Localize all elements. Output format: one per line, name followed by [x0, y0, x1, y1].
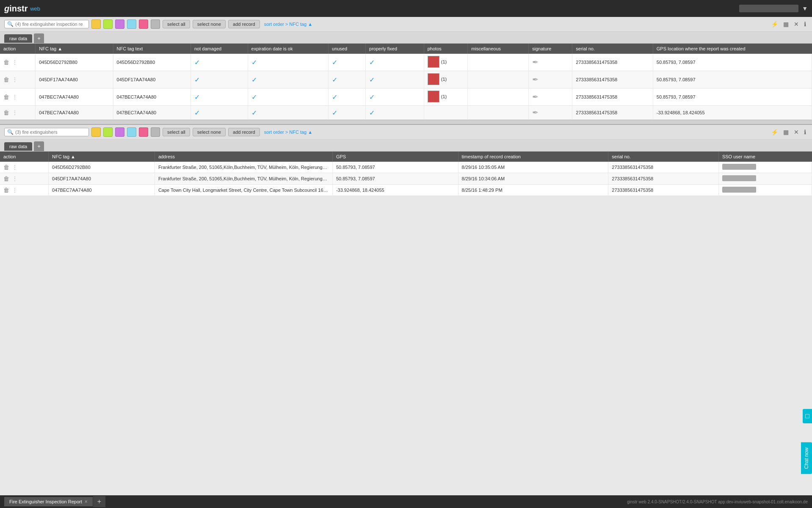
- gps-cell: 50.85793, 7.08597: [332, 173, 458, 185]
- photo-thumbnail[interactable]: [428, 73, 439, 85]
- sso-bar: [722, 175, 756, 181]
- col-properly-fixed: properly fixed: [366, 44, 424, 54]
- bottom-toolbar-right: ⚡ ▦ ✕ ℹ: [769, 128, 808, 136]
- top-toolbar: 🔍 select all select none add record sort…: [0, 17, 812, 32]
- bottom-color-purple[interactable]: [115, 127, 124, 137]
- serial-no-cell: 2733385631475358: [608, 162, 719, 173]
- nfc-tag-text-cell: 047BEC7AA74A80: [113, 88, 191, 106]
- bottom-search-input[interactable]: [15, 130, 83, 135]
- drag-icon[interactable]: ⋮: [12, 109, 18, 116]
- drag-icon[interactable]: ⋮: [12, 59, 18, 66]
- unused-cell: ✓: [329, 71, 366, 88]
- top-toolbar-right: ⚡ ▦ ✕ ℹ: [769, 20, 808, 28]
- miscellaneous-cell: [468, 106, 529, 120]
- bottom-tab-label: raw data: [9, 144, 27, 149]
- bottom-select-all-button[interactable]: select all: [163, 128, 190, 136]
- nfc-tag-cell: 045D56D2792B80: [36, 54, 113, 71]
- bottom-color-pink[interactable]: [139, 127, 148, 137]
- top-select-none-button[interactable]: select none: [193, 20, 226, 28]
- top-select-all-button[interactable]: select all: [163, 20, 190, 28]
- serial-no-cell: 2733385631475358: [572, 106, 653, 120]
- delete-icon[interactable]: 🗑: [3, 76, 9, 83]
- check-icon: ✓: [369, 76, 375, 83]
- color-purple[interactable]: [115, 19, 124, 29]
- top-close-icon[interactable]: ✕: [792, 20, 801, 28]
- check-icon: ✓: [194, 109, 200, 116]
- top-grid-icon[interactable]: ▦: [782, 20, 790, 28]
- photo-thumbnail[interactable]: [428, 91, 439, 102]
- photo-count: (1): [441, 59, 447, 64]
- nav-right: ▼: [739, 5, 808, 12]
- col-gps-location: GPS location where the report was create…: [653, 44, 812, 54]
- signature-icon: ✒: [532, 75, 539, 84]
- bottom-filter-icon[interactable]: ⚡: [769, 128, 780, 136]
- chat-icon[interactable]: □: [803, 409, 812, 423]
- action-cell: 🗑 ⋮: [0, 173, 49, 185]
- top-info-icon[interactable]: ℹ: [802, 20, 808, 28]
- gps-cell: 50.85793, 7.08597: [653, 88, 812, 106]
- logo-web: web: [30, 6, 40, 12]
- bottom-select-none-button[interactable]: select none: [193, 128, 226, 136]
- bottom-color-light-blue[interactable]: [127, 127, 136, 137]
- action-cell: 🗑 ⋮: [0, 54, 36, 71]
- serial-no-cell: 2733385631475358: [572, 54, 653, 71]
- top-raw-data-tab[interactable]: raw data: [4, 34, 32, 43]
- color-yellow[interactable]: [91, 19, 101, 29]
- bottom-search-icon: 🔍: [7, 129, 14, 135]
- bottom-raw-data-tab[interactable]: raw data: [4, 142, 32, 151]
- delete-icon[interactable]: 🗑: [3, 164, 9, 171]
- top-tab-plus[interactable]: +: [34, 33, 44, 43]
- drag-icon[interactable]: ⋮: [12, 175, 18, 182]
- top-search-input[interactable]: [15, 22, 83, 27]
- color-green[interactable]: [103, 19, 113, 29]
- properly-fixed-cell: ✓: [366, 71, 424, 88]
- delete-icon[interactable]: 🗑: [3, 94, 9, 100]
- nfc-tag-cell: 045DF17AA74A80: [49, 173, 155, 185]
- bottom-info-icon[interactable]: ℹ: [802, 128, 808, 136]
- chat-now-button[interactable]: Chat now: [801, 442, 812, 474]
- check-icon: ✓: [194, 59, 200, 66]
- gps-cell: 50.85793, 7.08597: [332, 162, 458, 173]
- table-row: 🗑 ⋮ 045D56D2792B80 Frankfurter Straße, 2…: [0, 162, 812, 173]
- bottom-color-green[interactable]: [103, 127, 113, 137]
- table-row: 🗑 ⋮ 047BEC7AA74A80 Cape Town City Hall, …: [0, 185, 812, 196]
- col-nfc-tag-text: NFC tag text: [113, 44, 191, 54]
- top-tab-label: raw data: [9, 36, 27, 41]
- drag-icon[interactable]: ⋮: [12, 76, 18, 83]
- check-icon: ✓: [332, 94, 337, 101]
- table-row: 🗑 ⋮ 045D56D2792B80 045D56D2792B80 ✓ ✓ ✓ …: [0, 54, 812, 71]
- nfc-tag-cell: 045DF17AA74A80: [36, 71, 113, 88]
- photo-thumbnail[interactable]: [428, 56, 439, 68]
- delete-icon[interactable]: 🗑: [3, 187, 9, 193]
- drag-icon[interactable]: ⋮: [12, 187, 18, 193]
- top-h-scrollbar[interactable]: [0, 120, 812, 124]
- top-add-record-button[interactable]: add record: [228, 20, 260, 28]
- delete-icon[interactable]: 🗑: [3, 59, 9, 66]
- bottom-tab-plus[interactable]: +: [34, 141, 44, 151]
- unused-cell: ✓: [329, 88, 366, 106]
- bottom-close-icon[interactable]: ✕: [792, 128, 801, 136]
- nfc-tag-cell: 047BEC7AA74A80: [36, 106, 113, 120]
- drag-icon[interactable]: ⋮: [12, 94, 18, 100]
- color-pink[interactable]: [139, 19, 148, 29]
- nav-search-input[interactable]: [739, 5, 798, 12]
- color-light-blue[interactable]: [127, 19, 136, 29]
- gps-cell: -33.924868, 18.424055: [653, 106, 812, 120]
- nfc-tag-cell: 047BEC7AA74A80: [36, 88, 113, 106]
- delete-icon[interactable]: 🗑: [3, 109, 9, 116]
- bottom-table-wrap[interactable]: action NFC tag ▲ address GPS timestamp o…: [0, 152, 812, 495]
- miscellaneous-cell: [468, 88, 529, 106]
- bottom-color-gray[interactable]: [151, 127, 160, 137]
- bottom-grid-icon[interactable]: ▦: [782, 128, 790, 136]
- nav-dropdown-icon[interactable]: ▼: [802, 5, 808, 12]
- drag-icon[interactable]: ⋮: [12, 164, 18, 171]
- signature-icon: ✒: [532, 108, 539, 117]
- col-gps: GPS: [332, 152, 458, 162]
- top-filter-icon[interactable]: ⚡: [769, 20, 780, 28]
- color-gray[interactable]: [151, 19, 160, 29]
- top-nav: ginstr web ▼: [0, 0, 812, 17]
- delete-icon[interactable]: 🗑: [3, 175, 9, 182]
- bottom-add-record-button[interactable]: add record: [228, 128, 260, 136]
- top-table-wrap[interactable]: action NFC tag ▲ NFC tag text not damage…: [0, 44, 812, 120]
- bottom-color-yellow[interactable]: [91, 127, 101, 137]
